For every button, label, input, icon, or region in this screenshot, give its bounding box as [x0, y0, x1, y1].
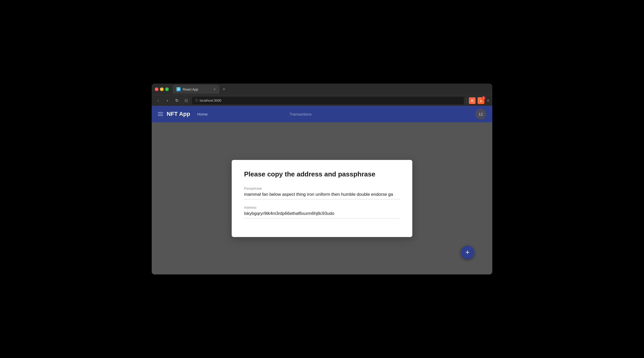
address-label: Address — [244, 206, 400, 209]
app-content: NFT App Home Transactions 12 Please copy… — [152, 106, 492, 274]
browser-window: ⚛ React App × + ‹ › ↻ ⊟ ⓘ localhost:3000… — [152, 84, 492, 274]
content-area: Please copy the address and passphrase P… — [152, 122, 492, 274]
nav-transactions-link[interactable]: Transactions — [289, 112, 311, 116]
browser-tab[interactable]: ⚛ React App × — [173, 85, 219, 94]
app-navbar: NFT App Home Transactions 12 — [152, 106, 492, 122]
alert-badge: 1 — [482, 96, 485, 100]
reload-button[interactable]: ↻ — [173, 97, 180, 104]
security-icon: ⓘ — [195, 98, 198, 103]
brave-extension-icon[interactable]: B — [469, 97, 476, 104]
back-button[interactable]: ‹ — [155, 97, 162, 104]
title-bar: ⚛ React App × + — [152, 84, 492, 95]
browser-extensions: B ▲ 1 — [466, 97, 484, 104]
maximize-window-button[interactable] — [165, 87, 169, 91]
traffic-lights — [155, 87, 169, 91]
account-badge[interactable]: 12 — [475, 109, 486, 119]
address-field: Address lskybgqryr9tk4m3rdp66ethaf6xurm6… — [244, 206, 400, 218]
passphrase-label: Passphrase — [244, 186, 400, 190]
new-tab-button[interactable]: + — [220, 86, 228, 93]
passphrase-field: Passphrase mammal fan below aspect thing… — [244, 186, 400, 199]
tab-close-button[interactable]: × — [214, 87, 216, 91]
modal-title: Please copy the address and passphrase — [244, 170, 400, 178]
modal-dialog: Please copy the address and passphrase P… — [232, 160, 412, 237]
nav-home-link[interactable]: Home — [197, 112, 208, 116]
forward-button[interactable]: › — [164, 97, 171, 104]
passphrase-value: mammal fan below aspect thing iron unifo… — [244, 192, 400, 199]
address-value: lskybgqryr9tk4m3rdp66ethaf6xurm6hj8c93ud… — [244, 211, 400, 218]
app-brand: NFT App — [167, 111, 190, 117]
alert-icon: ▲ — [479, 99, 482, 102]
app-menu-button[interactable] — [158, 112, 163, 116]
tab-favicon-icon: ⚛ — [176, 87, 181, 91]
fab-button[interactable]: + — [461, 246, 474, 259]
address-bar: ‹ › ↻ ⊟ ⓘ localhost:3000 B ▲ 1 ≡ — [152, 95, 492, 106]
modal-overlay: Please copy the address and passphrase P… — [152, 122, 492, 274]
minimize-window-button[interactable] — [160, 87, 164, 91]
bookmark-button[interactable]: ⊟ — [183, 97, 189, 104]
close-window-button[interactable] — [155, 87, 158, 91]
address-text: localhost:3000 — [200, 99, 461, 102]
browser-menu-button[interactable]: ≡ — [487, 98, 489, 103]
separator — [466, 98, 467, 103]
hamburger-line — [158, 112, 163, 113]
hamburger-line — [158, 114, 163, 114]
hamburger-line — [158, 115, 163, 116]
tab-title: React App — [183, 87, 212, 91]
alert-extension-icon[interactable]: ▲ 1 — [478, 97, 484, 104]
address-input[interactable]: ⓘ localhost:3000 — [192, 97, 464, 104]
tab-bar: ⚛ React App × + — [173, 85, 489, 94]
